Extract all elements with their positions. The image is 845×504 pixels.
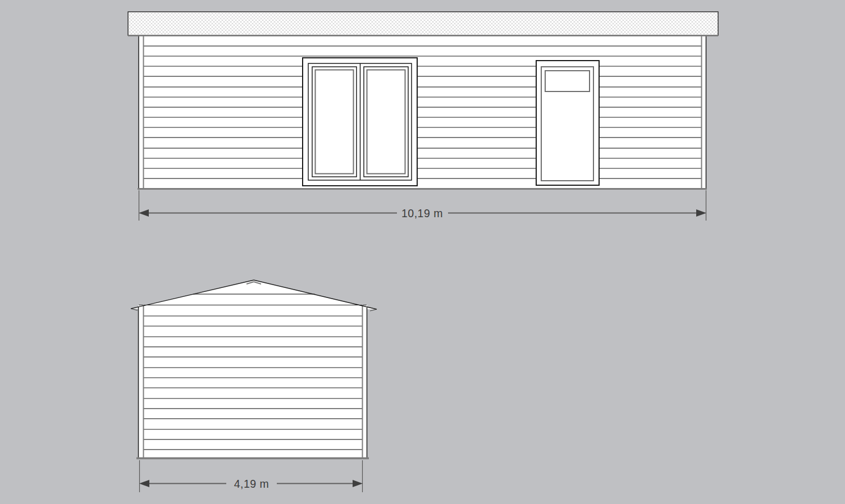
window-right-sash [364, 67, 408, 177]
side-wall [138, 305, 367, 458]
door-window [545, 71, 590, 91]
dimension-arrow-left [139, 209, 149, 217]
front-width-dimension-label: 10,19 m [401, 207, 443, 219]
door [536, 61, 599, 185]
roof-fascia [128, 12, 718, 36]
dimension-arrow-left [139, 480, 149, 487]
drawing-canvas: 10,19 m [0, 0, 845, 504]
window-left-sash [312, 67, 357, 177]
dimension-arrow-right [353, 480, 363, 487]
roof-eave-tick-left [131, 309, 138, 310]
roof-eave-tick-right [370, 309, 377, 311]
fascia-board [128, 12, 718, 35]
side-width-dimension: 4,19 m [139, 460, 363, 492]
side-elevation-view: 4,19 m [131, 280, 377, 492]
sash-glass [316, 70, 354, 174]
sash-glass [367, 70, 405, 174]
front-wall [139, 35, 706, 189]
front-width-dimension: 10,19 m [139, 190, 706, 221]
front-elevation-view: 10,19 m [128, 12, 718, 221]
double-window [303, 58, 417, 186]
side-width-dimension-label: 4,19 m [234, 478, 270, 490]
dimension-arrow-right [696, 209, 706, 217]
